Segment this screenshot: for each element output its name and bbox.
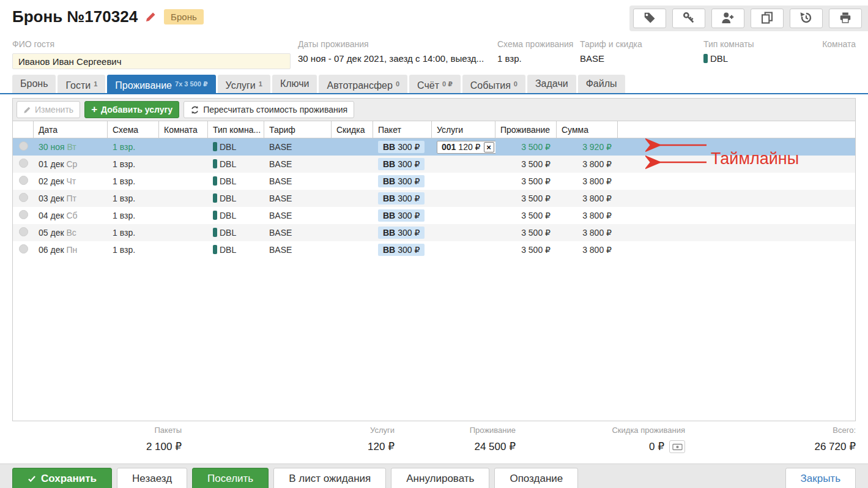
- waitlist-button[interactable]: В лист ожидания: [273, 468, 386, 488]
- table-row[interactable]: 05 дек Вс1 взр.DBLBASEBB300 ₽3 500 ₽3 80…: [13, 224, 855, 241]
- stay-dates-value: 30 ноя - 07 дек 2021, заезд с 14:00, вые…: [298, 53, 484, 64]
- cell-date: 01 дек Ср: [34, 159, 108, 169]
- cell-services: 001120 ₽×: [432, 141, 495, 154]
- tab-underline: [0, 93, 868, 94]
- tab-badge: 0 ₽: [442, 80, 453, 88]
- copy-button[interactable]: [751, 9, 784, 28]
- cell-scheme: 1 взр.: [108, 228, 159, 238]
- print-button[interactable]: [829, 9, 862, 28]
- table-header-row: ДатаСхемаКомнатаТип комна...ТарифСкидкаП…: [13, 121, 855, 138]
- print-icon: [839, 11, 852, 26]
- check-icon: [28, 475, 36, 483]
- no-show-button[interactable]: Незаезд: [117, 468, 187, 488]
- tag-button[interactable]: [633, 9, 666, 28]
- add-service-button[interactable]: + Добавить услугу: [84, 101, 179, 118]
- table-row[interactable]: 02 дек Чт1 взр.DBLBASEBB300 ₽3 500 ₽3 80…: [13, 173, 855, 190]
- column-header-spacer: [618, 121, 855, 138]
- cell-tariff: BASE: [264, 142, 332, 152]
- column-header: Тип комна...: [208, 121, 264, 138]
- cell-date: 05 дек Вс: [34, 228, 108, 238]
- add-guest-icon: [721, 11, 735, 26]
- table-row[interactable]: 04 дек Сб1 взр.DBLBASEBB300 ₽3 500 ₽3 80…: [13, 207, 855, 224]
- summary-value: 2 100 ₽: [146, 440, 182, 453]
- row-select-radio[interactable]: [19, 193, 28, 202]
- room-type-color-icon: [213, 245, 217, 254]
- row-select-radio[interactable]: [19, 159, 28, 168]
- row-select-radio[interactable]: [19, 141, 28, 151]
- room-type-value: DBL: [703, 53, 754, 64]
- add-guest-button[interactable]: [711, 9, 744, 28]
- guest-name-input[interactable]: [12, 53, 291, 69]
- plus-icon: +: [91, 103, 97, 116]
- tab-events[interactable]: События0: [462, 75, 525, 93]
- cell-lodging: 3 500 ₽: [495, 211, 557, 220]
- tab-files[interactable]: Файлы: [578, 75, 625, 93]
- save-button[interactable]: Сохранить: [12, 468, 112, 488]
- late-button[interactable]: Опоздание: [494, 468, 578, 488]
- tab-tasks[interactable]: Задачи: [527, 75, 576, 93]
- room-type-label: Тип комнаты: [703, 39, 754, 49]
- tab-transfer[interactable]: Автотрансфер0: [319, 75, 407, 93]
- table-body: 30 ноя Вт1 взр.DBLBASEBB300 ₽001120 ₽×3 …: [13, 138, 855, 258]
- row-select-radio[interactable]: [19, 210, 28, 219]
- tab-badge: 0: [396, 80, 399, 88]
- cell-scheme: 1 взр.: [108, 159, 159, 169]
- tab-accommodation[interactable]: Проживание7x 3 500 ₽: [107, 75, 215, 93]
- table-row[interactable]: 03 дек Пт1 взр.DBLBASEBB300 ₽3 500 ₽3 80…: [13, 190, 855, 207]
- tab-services[interactable]: Услуги1: [218, 75, 270, 93]
- annul-button[interactable]: Аннулировать: [391, 468, 489, 488]
- column-header: Сумма: [557, 121, 618, 138]
- tab-booking[interactable]: Бронь: [12, 75, 56, 93]
- key-button[interactable]: [672, 9, 705, 28]
- column-header: Пакет: [373, 121, 432, 138]
- tariff-label: Тариф и скидка: [580, 39, 642, 49]
- summary-value: 0 ₽: [649, 440, 664, 453]
- table-action-strip: Изменить + Добавить услугу Пересчитать с…: [13, 99, 855, 121]
- history-button[interactable]: [790, 9, 823, 28]
- column-header: Услуги: [432, 121, 495, 138]
- edit-title-icon[interactable]: [145, 11, 157, 23]
- column-header: Проживание: [495, 121, 557, 138]
- summary-label: Пакеты: [12, 426, 182, 435]
- tag-icon: [643, 11, 656, 26]
- tariff-value: BASE: [580, 53, 642, 64]
- cell-date: 04 дек Сб: [34, 211, 108, 220]
- tab-invoice[interactable]: Счёт0 ₽: [409, 75, 461, 93]
- scheme-value: 1 взр.: [497, 53, 573, 64]
- table-row[interactable]: 01 дек Ср1 взр.DBLBASEBB300 ₽3 500 ₽3 80…: [13, 156, 855, 173]
- cell-tariff: BASE: [264, 159, 332, 169]
- cell-lodging: 3 500 ₽: [495, 176, 557, 186]
- row-select-radio[interactable]: [19, 227, 28, 236]
- booking-info-row: ФИО гостя Даты проживания 30 ноя - 07 де…: [0, 39, 868, 73]
- cell-scheme: 1 взр.: [108, 211, 159, 220]
- summary-total: Всего:26 720 ₽: [685, 426, 856, 453]
- row-select-radio[interactable]: [19, 244, 28, 253]
- recalculate-button[interactable]: Пересчитать стоимость проживания: [184, 101, 354, 118]
- close-button[interactable]: Закрыть: [785, 468, 856, 488]
- cell-package: BB300 ₽: [373, 175, 432, 187]
- package-badge: BB300 ₽: [378, 158, 425, 170]
- copy-icon: [760, 11, 774, 26]
- pencil-icon: [23, 106, 31, 114]
- summary-services: Услуги120 ₽: [182, 426, 395, 453]
- remove-service-icon[interactable]: ×: [484, 142, 494, 152]
- cell-date: 03 дек Пт: [34, 193, 108, 203]
- table-row[interactable]: 30 ноя Вт1 взр.DBLBASEBB300 ₽001120 ₽×3 …: [13, 138, 855, 156]
- cell-select: [13, 244, 34, 255]
- cell-total: 3 800 ₽: [557, 176, 618, 186]
- summary-label: Услуги: [182, 426, 395, 435]
- cell-scheme: 1 взр.: [108, 193, 159, 203]
- cash-discount-button[interactable]: [669, 440, 685, 453]
- check-in-button[interactable]: Поселить: [192, 468, 269, 488]
- summary-label: Проживание: [395, 426, 516, 435]
- cell-total: 3 800 ₽: [557, 228, 618, 238]
- row-select-radio[interactable]: [19, 176, 28, 185]
- tab-guests[interactable]: Гости1: [57, 75, 105, 93]
- cell-package: BB300 ₽: [373, 158, 432, 170]
- cell-room-type: DBL: [208, 211, 264, 220]
- table-row[interactable]: 06 дек Пн1 взр.DBLBASEBB300 ₽3 500 ₽3 80…: [13, 241, 855, 258]
- summary-value: 24 500 ₽: [474, 440, 516, 453]
- tab-keys[interactable]: Ключи: [272, 75, 317, 93]
- cell-package: BB300 ₽: [373, 227, 432, 239]
- edit-button[interactable]: Изменить: [17, 101, 80, 118]
